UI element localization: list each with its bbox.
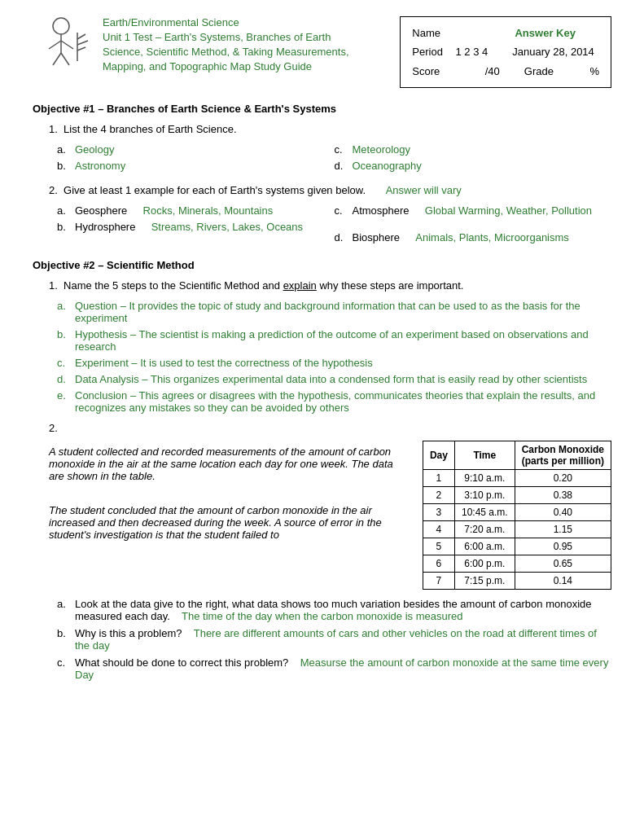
- table-section: A student collected and recorded measure…: [49, 441, 611, 590]
- biosphere-answer: Animals, Plants, Microorganisms: [415, 231, 569, 244]
- atmosphere-name: Atmosphere: [353, 204, 410, 217]
- logo-image: [33, 16, 90, 73]
- score-row: Score /40 Grade %: [412, 62, 599, 81]
- step-b: b. Hypothesis – The scientist is making …: [57, 328, 611, 353]
- name-row: Name Answer Key: [412, 24, 599, 42]
- svg-line-9: [77, 47, 85, 50]
- answer-varies: Answer will vary: [386, 184, 462, 196]
- grade-value: %: [589, 62, 599, 81]
- carbon-sub-c-label: c.: [57, 656, 70, 669]
- biosphere-label: d.: [335, 231, 348, 244]
- sci-method-steps: a. Question – It provides the topic of s…: [57, 300, 611, 414]
- info-box: Name Answer Key Period 1 2 3 4 January 2…: [400, 16, 611, 88]
- atmosphere-item: c. Atmosphere Global Warming, Weather, P…: [335, 204, 612, 217]
- svg-line-7: [77, 34, 85, 39]
- svg-line-2: [49, 41, 61, 49]
- answer-c-label: c.: [335, 143, 348, 156]
- obj2-q1-text-after: why these steps are important.: [317, 279, 464, 292]
- carbon-table-container: Day Time Carbon Monoxide(parts per milli…: [423, 441, 611, 590]
- carbon-subquestions: a. Look at the data give to the right, w…: [57, 598, 611, 681]
- table-row: 310:45 a.m.0.40: [423, 504, 611, 521]
- date-value: January 28, 2014: [512, 42, 594, 61]
- score-value: /40: [485, 62, 500, 81]
- step-d-text: Data Analysis – This organizes experimen…: [75, 373, 587, 385]
- step-d-label: d.: [57, 373, 70, 385]
- period-label: Period: [412, 42, 443, 61]
- carbon-description: A student collected and recorded measure…: [49, 446, 406, 482]
- step-b-label: b.: [57, 328, 70, 353]
- carbon-sub-b: b. Why is this a problem? There are diff…: [57, 627, 611, 652]
- carbon-sub-a-label: a.: [57, 598, 70, 610]
- carbon-sub-c-content: What should be done to correct this prob…: [75, 656, 611, 681]
- period-values: 1 2 3 4: [456, 42, 488, 61]
- col-day: Day: [423, 441, 454, 470]
- answers-col-right: c. Meteorology d. Oceanography: [335, 143, 612, 176]
- oceanography-answer: Oceanography: [353, 160, 422, 172]
- objective2-title: Objective #2 – Scientific Method: [33, 259, 611, 271]
- svg-point-0: [53, 18, 69, 34]
- table-row: 66:00 p.m.0.65: [423, 555, 611, 573]
- step-b-text: Hypothesis – The scientist is making a p…: [75, 328, 611, 353]
- obj2-q2-block: 2. A student collected and recorded meas…: [33, 422, 611, 681]
- obj1-q2-block: 2. Give at least 1 example for each of E…: [33, 184, 611, 248]
- step-e-label: e.: [57, 389, 70, 414]
- table-row: 23:10 p.m.0.38: [423, 487, 611, 504]
- svg-line-5: [61, 53, 69, 65]
- biosphere-item: d. Biosphere Animals, Plants, Microorgan…: [335, 231, 612, 244]
- school-name: Earth/Environmental Science: [103, 16, 400, 29]
- answer-a-label: a.: [57, 143, 70, 156]
- answer-meteorology: c. Meteorology: [335, 143, 612, 156]
- earth-systems-left: a. Geosphere Rocks, Minerals, Mountains …: [57, 204, 335, 248]
- obj1-q1: 1. List the 4 branches of Earth Science.: [49, 123, 611, 135]
- svg-line-8: [77, 41, 88, 45]
- answer-astronomy: b. Astronomy: [57, 160, 335, 172]
- answers-col-left: a. Geology b. Astronomy: [57, 143, 335, 176]
- geosphere-answer: Rocks, Minerals, Mountains: [143, 204, 274, 217]
- obj1-q1-text: List the 4 branches of Earth Science.: [64, 123, 236, 135]
- hydrosphere-answer: Streams, Rivers, Lakes, Oceans: [151, 221, 303, 233]
- obj1-q2-answers: a. Geosphere Rocks, Minerals, Mountains …: [57, 204, 611, 248]
- page-header: Earth/Environmental Science Unit 1 Test …: [33, 16, 611, 88]
- svg-line-3: [61, 41, 73, 49]
- atmosphere-answer: Global Warming, Weather, Pollution: [425, 204, 592, 217]
- objective1-title: Objective #1 – Branches of Earth Science…: [33, 103, 611, 115]
- name-label: Name: [412, 24, 440, 42]
- hydrosphere-name: Hydrosphere: [75, 221, 135, 233]
- step-c-text: Experiment – It is used to test the corr…: [75, 357, 373, 369]
- geosphere-label: a.: [57, 204, 70, 217]
- answer-oceanography: d. Oceanography: [335, 160, 612, 172]
- answer-key-label: Answer Key: [515, 24, 575, 42]
- carbon-sub-b-text: Why is this a problem?: [75, 627, 182, 639]
- step-a: a. Question – It provides the topic of s…: [57, 300, 611, 324]
- step-a-label: a.: [57, 300, 70, 324]
- carbon-sub-a-answer: The time of the day when the carbon mono…: [182, 610, 462, 622]
- obj2-q1-text-before: Name the 5 steps to the Scientific Metho…: [64, 279, 283, 292]
- step-c-label: c.: [57, 357, 70, 369]
- student-conclusion: The student concluded that the amount of…: [49, 504, 406, 541]
- step-e: e. Conclusion – This agrees or disagrees…: [57, 389, 611, 414]
- hydrosphere-label: b.: [57, 221, 70, 233]
- biosphere-name: Biosphere: [353, 231, 401, 244]
- carbon-sub-b-label: b.: [57, 627, 70, 639]
- step-c: c. Experiment – It is used to test the c…: [57, 357, 611, 369]
- obj1-q1-number: 1.: [49, 123, 58, 135]
- svg-line-4: [53, 53, 61, 65]
- carbon-sub-c: c. What should be done to correct this p…: [57, 656, 611, 681]
- table-row: 47:20 a.m.1.15: [423, 521, 611, 538]
- table-row: 56:00 a.m.0.95: [423, 538, 611, 555]
- step-d: d. Data Analysis – This organizes experi…: [57, 373, 611, 385]
- atmosphere-label: c.: [335, 204, 348, 217]
- geosphere-name: Geosphere: [75, 204, 127, 217]
- grade-label: Grade: [524, 62, 554, 81]
- carbon-sub-c-text: What should be done to correct this prob…: [75, 656, 288, 669]
- geosphere-item: a. Geosphere Rocks, Minerals, Mountains: [57, 204, 335, 217]
- header-text-block: Earth/Environmental Science Unit 1 Test …: [103, 16, 400, 75]
- hydrosphere-item: b. Hydrosphere Streams, Rivers, Lakes, O…: [57, 221, 335, 233]
- obj2-q1-number: 1.: [49, 279, 58, 292]
- table-row: 77:15 p.m.0.14: [423, 573, 611, 590]
- answer-geology: a. Geology: [57, 143, 335, 156]
- col-carbon: Carbon Monoxide(parts per million): [515, 441, 611, 470]
- obj1-q2-text: Give at least 1 example for each of Eart…: [64, 184, 366, 196]
- obj1-q2-number: 2.: [49, 184, 58, 196]
- obj2-q1-underline: explain: [283, 279, 317, 292]
